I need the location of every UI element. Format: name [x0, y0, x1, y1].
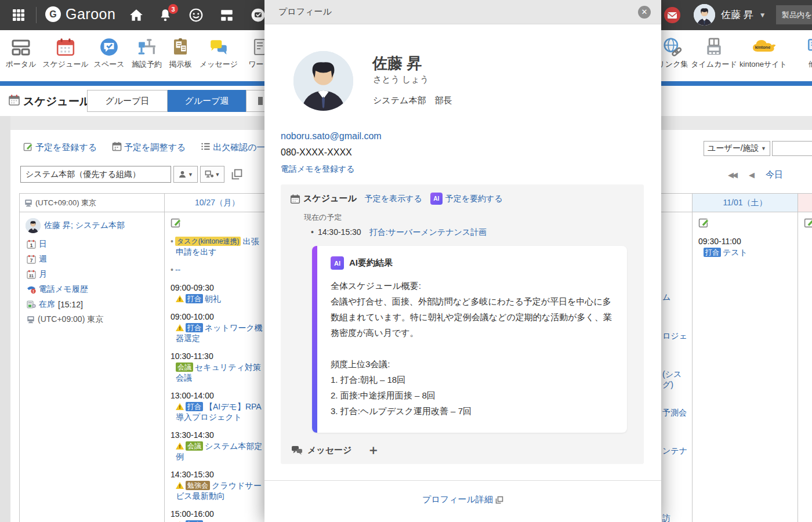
attendance-list-link[interactable]: 出欠確認の一 [201, 142, 265, 153]
user-row: 佐藤 昇; システム本部 [20, 212, 164, 237]
day-cell-mon: •タスク(kintone連携)出張申請を出す •-- 09:00-09:30 [165, 212, 270, 522]
app-kintone-site[interactable]: kintone kintoneサイト [737, 35, 789, 70]
occluded-event-fragment[interactable]: 訪 [662, 513, 670, 522]
ai-chip-icon: AI [430, 193, 443, 205]
tab-group-day[interactable]: グループ日 [87, 90, 168, 112]
summarize-schedule-link[interactable]: AI 予定を要約する [430, 193, 503, 205]
profile-detail-link[interactable]: プロフィール詳細 [422, 494, 503, 505]
mail-icon[interactable] [664, 6, 681, 24]
add-event-mon-icon[interactable] [171, 217, 182, 230]
ai-summary-line [331, 340, 613, 356]
phone-memo-link[interactable]: 電話メモを登録する [281, 164, 355, 175]
presence-icon [27, 300, 36, 309]
occluded-event-fragment[interactable]: ンテナ [662, 446, 687, 456]
add-event-sun-icon[interactable] [804, 217, 812, 230]
timezone-header-cell: (UTC+09:00) 東京 [20, 194, 165, 212]
app-timecard[interactable]: タイムカード [688, 35, 740, 70]
bullet-dot: • [311, 227, 314, 237]
reuse-copy-icon[interactable] [231, 169, 242, 180]
product-search-box[interactable]: 製品内を [776, 5, 812, 24]
schedule-item: •タスク(kintone連携)出張申請を出す [171, 236, 264, 257]
prev-day-icon[interactable]: ◀ [749, 171, 753, 179]
svg-text:31: 31 [29, 274, 34, 278]
user-info-cell: 佐藤 昇; システム本部 1 日 7 週 31 月 ! 電話メモ履歴 在席 [1… [20, 212, 165, 522]
profile-email-link[interactable]: noboru.sato@gmail.com [281, 131, 382, 142]
schedule-panel-title: スケジュール [290, 193, 357, 204]
menu-phone-memo[interactable]: ! 電話メモ履歴 [20, 282, 164, 297]
profile-name: 佐藤 昇 [372, 53, 422, 74]
menu-day-view[interactable]: 1 日 [20, 237, 164, 252]
add-event-sat-icon[interactable] [698, 217, 709, 230]
schedule-item: 09:00-10:00 •打合ネットワーク機器選定 [171, 311, 264, 343]
occluded-event-fragment[interactable]: グ) [662, 380, 673, 390]
adjust-event-link[interactable]: 予定を調整する [112, 142, 186, 153]
current-event-link[interactable]: 打合:サーバーメンテナンス計画 [369, 227, 487, 237]
tab-next-glyph [258, 97, 263, 105]
user-facility-select[interactable]: ユーザー/施設 ▼ [704, 141, 770, 156]
conflict-warning-icon [176, 324, 184, 331]
adjust-calendar-icon [112, 142, 122, 153]
today-link[interactable]: 今日 [766, 169, 783, 180]
other-system-icon [790, 35, 812, 57]
tab-group-week[interactable]: グループ週 [168, 90, 246, 112]
app-other-system[interactable]: 他シ [790, 35, 812, 70]
portal-layout-icon[interactable] [219, 8, 234, 23]
prev-week-icon[interactable]: ◀◀ [728, 171, 736, 179]
occluded-event-fragment[interactable]: ロジェ [662, 331, 687, 342]
calendar-31-icon: 31 [27, 270, 36, 279]
occluded-event-fragment[interactable]: ム [662, 292, 670, 303]
event-title-link[interactable]: -- [175, 265, 180, 274]
timecard-icon [688, 35, 740, 57]
message-section: メッセージ ＋ [291, 441, 379, 459]
notification-count-badge: 3 [168, 4, 178, 14]
reaction-smiley-icon[interactable] [188, 8, 204, 23]
conflict-warning-icon [176, 482, 184, 489]
schedule-title-icon [8, 94, 20, 109]
list-icon [201, 142, 211, 153]
event-type-badge: タスク(kintone連携) [175, 237, 241, 246]
show-schedule-link[interactable]: 予定を表示する [365, 194, 422, 204]
app-launcher-icon[interactable] [12, 8, 26, 22]
org-picker-button[interactable]: ▼ [200, 166, 224, 183]
register-event-link[interactable]: 予定を登録する [23, 142, 97, 153]
user-row-avatar[interactable] [26, 218, 41, 233]
event-title-link[interactable]: 朝礼 [205, 294, 221, 303]
conflict-warning-icon [176, 403, 184, 410]
calendar-7-icon: 7 [27, 255, 36, 264]
menu-week-view[interactable]: 7 週 [20, 252, 164, 267]
column-header-sat[interactable]: 11/01（土） [693, 194, 798, 212]
organization-select[interactable]: システム本部（優先する組織） [20, 166, 171, 183]
close-icon[interactable]: ✕ [638, 6, 651, 19]
schedule-item: 14:30-15:30 •勉強会クラウドサービス最新動向 [171, 469, 264, 501]
left-collapse-strip[interactable] [0, 116, 10, 522]
add-message-icon[interactable]: ＋ [367, 441, 379, 459]
occluded-event-fragment[interactable]: 予測会 [662, 408, 687, 418]
occluded-event-fragment[interactable]: (シス [662, 369, 682, 380]
schedule-panel-header: スケジュール 予定を表示する AI 予定を要約する [290, 193, 635, 205]
space-bubble-icon[interactable] [251, 8, 266, 23]
ai-summary-title: AI要約結果 [349, 258, 393, 269]
column-header-mon[interactable]: 10/27（月） [165, 194, 270, 212]
profile-position: システム本部 部長 [373, 95, 452, 106]
ai-summary-line: 3. 打合:ヘルプデスク運用改善 – 7回 [331, 403, 613, 419]
ai-summary-line: 1. 打合:朝礼 – 18回 [331, 372, 613, 387]
home-icon[interactable] [129, 8, 144, 23]
garoon-logo[interactable]: G Garoon [45, 6, 115, 23]
schedule-page-title: スケジュール [8, 94, 90, 109]
schedule-item: 13:30-14:30 •会議システム本部定例 [171, 430, 264, 462]
user-picker-button[interactable]: ▼ [173, 166, 198, 183]
user-name-link[interactable]: 佐藤 昇; システム本部 [44, 220, 125, 231]
user-picker-caret-icon: ▼ [188, 172, 193, 177]
user-facility-search-input[interactable] [772, 141, 812, 156]
product-search-text: 製品内を [782, 10, 812, 20]
notifications-bell-icon[interactable]: 3 [158, 8, 173, 23]
menu-presence[interactable]: 在席 [15:12] [20, 297, 164, 312]
bullet-dot: • [171, 265, 173, 274]
profile-photo [293, 51, 353, 111]
modal-footer: プロフィール詳細 [264, 494, 661, 505]
user-menu[interactable]: 佐藤 昇 ▼ [694, 4, 766, 26]
menu-month-view[interactable]: 31 月 [20, 267, 164, 282]
conflict-warning-icon [176, 443, 184, 449]
column-header-sun [798, 194, 812, 212]
event-title-link[interactable]: テスト [723, 248, 748, 257]
